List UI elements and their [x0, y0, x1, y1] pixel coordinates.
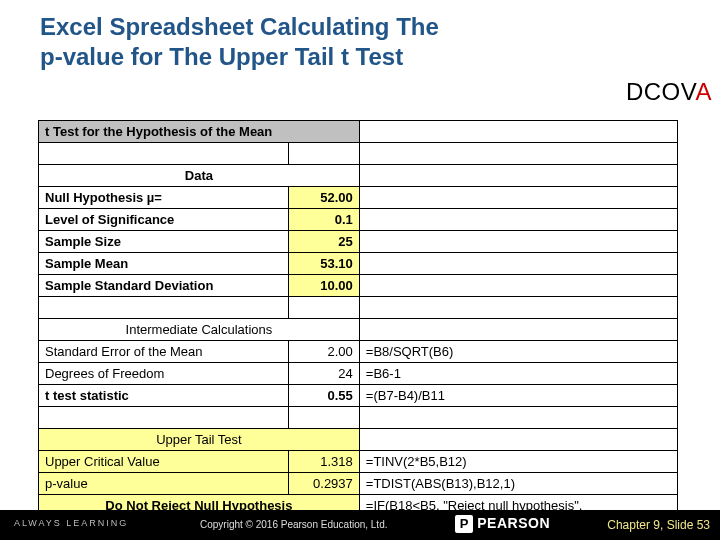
copyright-label: Copyright © 2016 Pearson Education, Ltd. [200, 519, 388, 530]
table-row: p-value 0.2937 =TDIST(ABS(B13),B12,1) [39, 473, 678, 495]
row-value: 0.2937 [288, 473, 359, 495]
blank [359, 187, 677, 209]
table-row: Upper Critical Value 1.318 =TINV(2*B5,B1… [39, 451, 678, 473]
dcova-label: DCOVA [626, 78, 712, 106]
blank [359, 319, 677, 341]
table-row [39, 143, 678, 165]
intermediate-section-label: Intermediate Calculations [39, 319, 360, 341]
title-line-2: p-value for The Upper Tail t Test [40, 43, 403, 70]
table-row [39, 297, 678, 319]
table-row: Level of Significance 0.1 [39, 209, 678, 231]
table-row: Intermediate Calculations [39, 319, 678, 341]
title-line-1: Excel Spreadsheet Calculating The [40, 13, 439, 40]
upper-tail-section-label: Upper Tail Test [39, 429, 360, 451]
blank [39, 143, 289, 165]
row-label: t test statistic [39, 385, 289, 407]
data-section-label: Data [39, 165, 360, 187]
table-row: Degrees of Freedom 24 =B6-1 [39, 363, 678, 385]
row-formula: =TDIST(ABS(B13),B12,1) [359, 473, 677, 495]
pearson-p-icon: P [455, 515, 473, 533]
blank [288, 407, 359, 429]
table-row [39, 407, 678, 429]
table-row: Sample Mean 53.10 [39, 253, 678, 275]
row-formula: =B6-1 [359, 363, 677, 385]
blank [359, 297, 677, 319]
blank [288, 143, 359, 165]
sheet-header: t Test for the Hypothesis of the Mean [39, 121, 360, 143]
row-value: 25 [288, 231, 359, 253]
blank [359, 209, 677, 231]
row-value: 24 [288, 363, 359, 385]
table-row: Standard Error of the Mean 2.00 =B8/SQRT… [39, 341, 678, 363]
slide: Excel Spreadsheet Calculating The p-valu… [0, 0, 720, 540]
table-row: Data [39, 165, 678, 187]
row-label: Level of Significance [39, 209, 289, 231]
sheet-table: t Test for the Hypothesis of the Mean Da… [38, 120, 678, 539]
blank [359, 121, 677, 143]
row-value: 0.1 [288, 209, 359, 231]
blank [359, 429, 677, 451]
row-label: Sample Mean [39, 253, 289, 275]
table-row: Sample Size 25 [39, 231, 678, 253]
blank [359, 231, 677, 253]
row-formula: =(B7-B4)/B11 [359, 385, 677, 407]
row-value: 2.00 [288, 341, 359, 363]
table-row: Sample Standard Deviation 10.00 [39, 275, 678, 297]
row-formula: =B8/SQRT(B6) [359, 341, 677, 363]
row-label: p-value [39, 473, 289, 495]
row-formula: =TINV(2*B5,B12) [359, 451, 677, 473]
row-label: Standard Error of the Mean [39, 341, 289, 363]
spreadsheet: t Test for the Hypothesis of the Mean Da… [38, 120, 678, 539]
row-value: 10.00 [288, 275, 359, 297]
table-row: t Test for the Hypothesis of the Mean [39, 121, 678, 143]
table-row: Null Hypothesis µ= 52.00 [39, 187, 678, 209]
blank [39, 407, 289, 429]
blank [359, 165, 677, 187]
always-learning-label: ALWAYS LEARNING [14, 518, 128, 528]
blank [359, 143, 677, 165]
blank [359, 407, 677, 429]
pearson-text: PEARSON [477, 515, 550, 531]
row-label: Null Hypothesis µ= [39, 187, 289, 209]
dcova-black: DCOV [626, 78, 696, 105]
row-label: Degrees of Freedom [39, 363, 289, 385]
row-label: Sample Standard Deviation [39, 275, 289, 297]
chapter-slide-label: Chapter 9, Slide 53 [607, 518, 710, 532]
pearson-logo: PPEARSON [455, 515, 550, 533]
table-row: t test statistic 0.55 =(B7-B4)/B11 [39, 385, 678, 407]
row-label: Upper Critical Value [39, 451, 289, 473]
dcova-red: A [695, 78, 712, 105]
row-value: 52.00 [288, 187, 359, 209]
blank [288, 297, 359, 319]
blank [359, 253, 677, 275]
row-value: 53.10 [288, 253, 359, 275]
row-value: 1.318 [288, 451, 359, 473]
row-label: Sample Size [39, 231, 289, 253]
footer-bar: ALWAYS LEARNING Copyright © 2016 Pearson… [0, 510, 720, 540]
blank [359, 275, 677, 297]
row-value: 0.55 [288, 385, 359, 407]
blank [39, 297, 289, 319]
table-row: Upper Tail Test [39, 429, 678, 451]
slide-title: Excel Spreadsheet Calculating The p-valu… [40, 12, 560, 72]
